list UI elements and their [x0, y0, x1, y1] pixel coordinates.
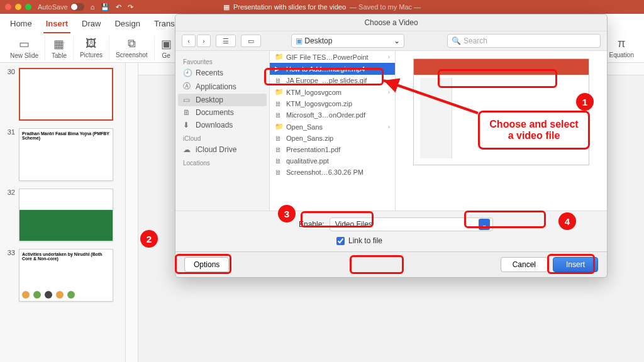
tab-draw[interactable]: Draw — [79, 16, 103, 33]
dialog-toolbar: ‹ › ☰ ▭ ▣ Desktop ⌄ 🔍 Search — [175, 31, 607, 51]
chevron-updown-icon: ⌄ — [479, 219, 490, 230]
dialog-footer: Options Cancel Insert — [175, 251, 607, 277]
home-icon[interactable]: ⌂ — [91, 3, 95, 11]
insert-button[interactable]: Insert — [553, 257, 598, 272]
link-to-file-label: Link to file — [348, 236, 382, 245]
traffic-lights[interactable] — [5, 4, 31, 10]
annotation-badge-4: 4 — [558, 212, 576, 230]
sidebar-icloud-drive[interactable]: ☁iCloud Drive — [178, 143, 267, 156]
file-name: KTM_logosvgcom.zip — [286, 100, 352, 107]
file-item[interactable]: 🗎Presentation1.pdf — [270, 144, 395, 155]
chevron-right-icon: › — [388, 123, 390, 130]
minimize-window-icon[interactable] — [15, 4, 21, 10]
file-item-selected[interactable]: ▶How to Add…margin.mp4 — [270, 63, 395, 75]
powerpoint-file-icon: ▦ — [223, 3, 230, 11]
annotation-badge-2: 2 — [140, 230, 158, 248]
undo-icon[interactable]: ↶ — [116, 3, 121, 11]
zoom-window-icon[interactable] — [25, 4, 31, 10]
sidebar-section-favourites: Favourites — [183, 58, 262, 65]
table-icon: ▦ — [53, 37, 64, 51]
thumbnail-33: 33Activities undertaken by Nirudhi (Both… — [5, 249, 120, 302]
folder-icon: 📁 — [275, 53, 282, 61]
equation-icon: π — [618, 37, 625, 50]
close-window-icon[interactable] — [5, 4, 11, 10]
link-to-file-checkbox[interactable] — [336, 237, 345, 245]
new-slide-icon: ▭ — [19, 37, 30, 51]
pictures-icon: 🖼 — [86, 37, 97, 50]
autosave-toggle[interactable] — [70, 3, 84, 11]
file-item[interactable]: 🗎qualitative.ppt — [270, 155, 395, 167]
enable-filter-dropdown[interactable]: Video Files ⌄ — [330, 217, 493, 231]
documents-icon: 🗎 — [183, 108, 192, 117]
file-item[interactable]: 🗎Screenshot…6.30.26 PM — [270, 167, 395, 178]
tab-insert[interactable]: Insert — [43, 16, 70, 33]
screenshot-icon: ⧉ — [128, 37, 136, 50]
clock-icon: 🕘 — [183, 69, 192, 77]
file-name: JA Europe_…ple slides.gif — [286, 77, 367, 84]
file-item[interactable]: 🗎JA Europe_…ple slides.gif — [270, 75, 395, 86]
nav-forward-button[interactable]: › — [197, 35, 211, 47]
window-titlebar: AutoSave ⌂ 💾 ↶ ↷ ▦ Presentation with sli… — [0, 0, 644, 14]
search-icon: 🔍 — [452, 36, 461, 45]
downloads-icon: ⬇ — [183, 121, 192, 129]
cancel-button[interactable]: Cancel — [501, 257, 548, 272]
file-name: Microsoft_3…onOrder.pdf — [286, 111, 365, 119]
dialog-options-area: Enable: Video Files ⌄ Link to file — [175, 211, 607, 251]
redo-icon[interactable]: ↷ — [128, 3, 133, 11]
file-column[interactable]: 📁GIF File TES…PowerPoint›▶How to Add…mar… — [270, 51, 396, 211]
file-name: Screenshot…6.30.26 PM — [286, 168, 364, 176]
ribbon-pictures[interactable]: 🖼Pictures — [74, 36, 109, 60]
tab-home[interactable]: Home — [8, 16, 35, 33]
file-icon: 🗎 — [275, 111, 282, 119]
annotation-badge-1: 1 — [576, 93, 594, 111]
sidebar-documents[interactable]: 🗎Documents — [178, 106, 267, 119]
sidebar-recents[interactable]: 🕘Recents — [178, 67, 267, 79]
file-item[interactable]: 🗎Microsoft_3…onOrder.pdf — [270, 109, 395, 121]
folder-icon: 📁 — [275, 123, 282, 131]
file-item[interactable]: 📁KTM_logosvgcom› — [270, 86, 395, 98]
tab-design[interactable]: Design — [112, 16, 142, 33]
file-item[interactable]: 🗎KTM_logosvgcom.zip — [270, 98, 395, 109]
desktop-icon: ▭ — [183, 96, 192, 104]
dialog-title: Choose a Video — [175, 14, 607, 31]
enable-label: Enable: — [299, 220, 325, 229]
nav-back-button[interactable]: ‹ — [182, 35, 196, 47]
file-item[interactable]: 📁Open_Sans› — [270, 121, 395, 133]
file-icon: 🗎 — [275, 134, 282, 142]
thumbnail-31: 31Pradhan Mantri Fasal Bima Yojna (PMFBY… — [5, 128, 120, 181]
vertical-ruler — [126, 63, 138, 362]
folder-icon: 📁 — [275, 88, 282, 96]
annotation-callout-1: Choose and select a video file — [478, 111, 590, 150]
file-item[interactable]: 📁GIF File TES…PowerPoint› — [270, 51, 395, 63]
sidebar-section-icloud: iCloud — [183, 135, 262, 142]
search-field[interactable]: 🔍 Search — [447, 34, 601, 48]
addins-icon: ▣ — [161, 37, 172, 51]
slide-thumbnail-panel[interactable]: 30 31Pradhan Mantri Fasal Bima Yojna (PM… — [0, 63, 126, 362]
sidebar-section-locations: Locations — [183, 160, 262, 167]
slide-33[interactable]: Activities undertaken by Nirudhi (Both C… — [19, 249, 113, 302]
file-name: KTM_logosvgcom — [286, 89, 341, 96]
apps-icon: Ⓐ — [183, 81, 192, 92]
options-button[interactable]: Options — [184, 257, 229, 272]
ribbon-table[interactable]: ▦Table — [45, 36, 74, 60]
sidebar-applications[interactable]: ⒶApplications — [178, 79, 267, 94]
ribbon-new-slide[interactable]: ▭New Slide — [4, 36, 45, 60]
file-name: Open_Sans — [286, 123, 323, 131]
chevron-right-icon: › — [388, 53, 390, 60]
file-name: How to Add…margin.mp4 — [286, 65, 365, 73]
slide-30[interactable] — [19, 68, 113, 121]
file-item[interactable]: 🗎Open_Sans.zip — [270, 133, 395, 144]
slide-31[interactable]: Pradhan Mantri Fasal Bima Yojna (PMFBY S… — [19, 128, 113, 181]
file-icon: 🗎 — [275, 77, 282, 84]
sidebar-downloads[interactable]: ⬇Downloads — [178, 119, 267, 131]
ribbon-equation[interactable]: πEquation — [603, 36, 640, 60]
autosave-label: AutoSave — [38, 3, 68, 11]
save-icon[interactable]: 💾 — [101, 3, 109, 11]
view-mode-button[interactable]: ☰ — [216, 35, 236, 47]
group-button[interactable]: ▭ — [241, 35, 261, 47]
slide-32[interactable]: About Nirudhi Climate & Ecosystem Servic… — [19, 189, 113, 241]
ribbon-screenshot[interactable]: ⧉Screenshot — [109, 36, 155, 60]
sidebar-desktop[interactable]: ▭Desktop — [178, 94, 267, 106]
location-dropdown[interactable]: ▣ Desktop ⌄ — [291, 34, 404, 48]
file-name: GIF File TES…PowerPoint — [286, 53, 369, 61]
